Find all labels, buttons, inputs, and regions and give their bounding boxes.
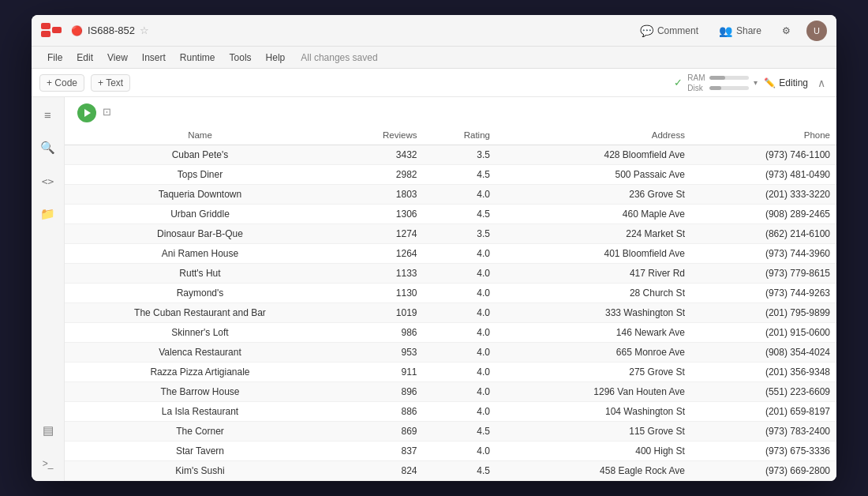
cell-name: The Cuban Restaurant and Bar bbox=[65, 303, 335, 323]
cell-reviews: 986 bbox=[335, 323, 424, 343]
cell-rating: 4.0 bbox=[424, 284, 496, 303]
editing-text: Editing bbox=[779, 77, 808, 88]
cell-name: Taqueria Downtown bbox=[65, 185, 335, 205]
cell-reviews: 953 bbox=[335, 343, 424, 363]
menu-edit[interactable]: Edit bbox=[70, 51, 99, 65]
resource-area: ✓ RAM Disk ▾ bbox=[674, 73, 758, 92]
collapse-button[interactable]: ∧ bbox=[814, 75, 829, 91]
cell-phone: (201) 915-0600 bbox=[691, 323, 836, 343]
cell-address: 500 Passaic Ave bbox=[496, 165, 691, 185]
table-row: Kim's Sushi 824 4.5 458 Eagle Rock Ave (… bbox=[65, 461, 836, 481]
cell-reviews: 1306 bbox=[335, 205, 424, 224]
cell-phone: (201) 459-9100 bbox=[691, 481, 836, 482]
cell-address: 236 Grove St bbox=[496, 185, 691, 205]
resource-dropdown-icon[interactable]: ▾ bbox=[754, 78, 758, 87]
table-row: Urban Griddle 1306 4.5 460 Maple Ave (90… bbox=[65, 205, 836, 224]
cell-phone: (201) 356-9348 bbox=[691, 363, 836, 382]
cell-reviews: 824 bbox=[335, 461, 424, 481]
svg-rect-2 bbox=[52, 27, 62, 33]
notebook-content[interactable]: ⊡ Name Reviews Rating Address Phone Cuba… bbox=[65, 97, 836, 481]
cell-reviews: 794 bbox=[335, 481, 424, 482]
table-row: Tops Diner 2982 4.5 500 Passaic Ave (973… bbox=[65, 165, 836, 185]
sidebar-menu-icon[interactable]: ≡ bbox=[37, 103, 59, 126]
table-header-row: Name Reviews Rating Address Phone bbox=[65, 126, 836, 145]
cell-name: Rutt's Hut bbox=[65, 264, 335, 284]
avatar[interactable]: U bbox=[806, 21, 827, 41]
cell-phone: (551) 223-6609 bbox=[691, 382, 836, 402]
add-code-button[interactable]: + Code bbox=[39, 74, 84, 92]
cell-address: 1296 Van Houten Ave bbox=[496, 382, 691, 402]
cell-reviews: 837 bbox=[335, 442, 424, 461]
app-window: 🔴 IS688-852 ☆ 💬 Comment 👥 Share ⚙ U File… bbox=[32, 15, 836, 481]
share-icon: 👥 bbox=[719, 24, 732, 37]
cell-address: 460 Maple Ave bbox=[496, 205, 691, 224]
cell-rating: 4.5 bbox=[424, 205, 496, 224]
terminal-icon[interactable]: >_ bbox=[37, 453, 59, 475]
cell-address: 665 Monroe Ave bbox=[496, 343, 691, 363]
col-header-rating: Rating bbox=[424, 126, 496, 145]
cell-rating: 4.0 bbox=[424, 343, 496, 363]
cell-name: The Corner bbox=[65, 422, 335, 442]
cell-address: 275 Grove St bbox=[496, 363, 691, 382]
cell-rating: 4.5 bbox=[424, 422, 496, 442]
cell-phone: (201) 333-3220 bbox=[691, 185, 836, 205]
table-header: Name Reviews Rating Address Phone bbox=[65, 126, 836, 145]
cell-reviews: 869 bbox=[335, 422, 424, 442]
table-row: Cuban Pete's 3432 3.5 428 Bloomfield Ave… bbox=[65, 145, 836, 165]
col-header-address: Address bbox=[496, 126, 691, 145]
cell-name: La Isla Restaurant bbox=[65, 402, 335, 422]
cell-rating: 4.0 bbox=[424, 303, 496, 323]
favorite-icon[interactable]: ☆ bbox=[140, 24, 149, 36]
main-content: ≡ 🔍 <> 📁 ▤ >_ ⊡ bbox=[32, 97, 836, 481]
table-row: Skinner's Loft 986 4.0 146 Newark Ave (2… bbox=[65, 323, 836, 343]
replit-logo bbox=[41, 23, 63, 39]
files-icon[interactable]: 📁 bbox=[37, 203, 59, 225]
saved-status: All changes saved bbox=[301, 52, 377, 63]
menu-runtime[interactable]: Runtime bbox=[174, 51, 222, 65]
menu-file[interactable]: File bbox=[41, 51, 69, 65]
cell-name: Raymond's bbox=[65, 284, 335, 303]
cell-name: Dinosaur Bar-B-Que bbox=[65, 224, 335, 244]
cell-phone: (973) 744-9263 bbox=[691, 284, 836, 303]
table-row: Valenca Restaurant 953 4.0 665 Monroe Av… bbox=[65, 343, 836, 363]
cell-rating: 4.0 bbox=[424, 185, 496, 205]
cell-controls: ⊡ bbox=[65, 97, 836, 126]
database-icon[interactable]: ▤ bbox=[37, 419, 59, 442]
cell-address: 146 Newark Ave bbox=[496, 323, 691, 343]
cell-address: 428 Bloomfield Ave bbox=[496, 145, 691, 165]
menu-view[interactable]: View bbox=[101, 51, 134, 65]
title-info: 🔴 IS688-852 ☆ bbox=[71, 24, 627, 36]
run-button[interactable] bbox=[77, 103, 96, 122]
cell-rating: 4.0 bbox=[424, 363, 496, 382]
settings-button[interactable]: ⚙ bbox=[777, 23, 795, 39]
cell-phone: (908) 354-4024 bbox=[691, 343, 836, 363]
search-icon[interactable]: 🔍 bbox=[37, 137, 59, 159]
ram-disk-indicator: RAM Disk bbox=[687, 73, 749, 92]
code-icon[interactable]: <> bbox=[37, 170, 59, 192]
table-row: La Isla Restaurant 886 4.0 104 Washingto… bbox=[65, 402, 836, 422]
table-row: Just BeClaws 794 4.0 280 1st St (201) 45… bbox=[65, 481, 836, 482]
cell-rating: 4.5 bbox=[424, 461, 496, 481]
cell-rating: 4.5 bbox=[424, 165, 496, 185]
disk-bar bbox=[709, 86, 749, 90]
titlebar-right: 💬 Comment 👥 Share ⚙ U bbox=[635, 21, 827, 41]
menu-tools[interactable]: Tools bbox=[223, 51, 258, 65]
table-row: The Corner 869 4.5 115 Grove St (973) 78… bbox=[65, 422, 836, 442]
table-row: Star Tavern 837 4.0 400 High St (973) 67… bbox=[65, 442, 836, 461]
comment-button[interactable]: 💬 Comment bbox=[635, 22, 703, 39]
cell-reviews: 1130 bbox=[335, 284, 424, 303]
cell-rating: 4.0 bbox=[424, 402, 496, 422]
svg-rect-0 bbox=[41, 23, 51, 29]
output-icon[interactable]: ⊡ bbox=[103, 106, 111, 118]
share-button[interactable]: 👥 Share bbox=[714, 22, 766, 39]
pencil-icon: ✏️ bbox=[764, 77, 776, 88]
menu-help[interactable]: Help bbox=[260, 51, 292, 65]
project-title: IS688-852 bbox=[88, 24, 135, 36]
toolbar: + Code + Text ✓ RAM Disk bbox=[32, 69, 836, 97]
cell-reviews: 896 bbox=[335, 382, 424, 402]
table-row: The Barrow House 896 4.0 1296 Van Houten… bbox=[65, 382, 836, 402]
menu-insert[interactable]: Insert bbox=[136, 51, 172, 65]
add-text-button[interactable]: + Text bbox=[91, 74, 130, 92]
ram-label: RAM bbox=[687, 73, 706, 82]
col-header-reviews: Reviews bbox=[335, 126, 424, 145]
